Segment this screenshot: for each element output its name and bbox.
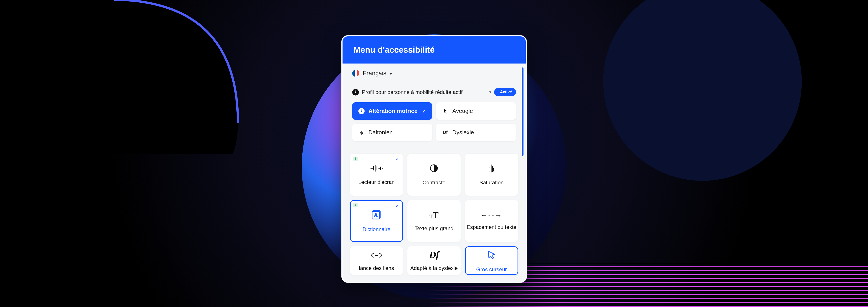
top-curve-decoration — [0, 0, 309, 154]
active-toggle[interactable]: Activé — [494, 88, 516, 96]
blind-icon — [442, 108, 448, 114]
tool-text-spacing[interactable]: ←--→ Espacement du texte — [465, 200, 518, 242]
tool-label: Saturation — [479, 179, 503, 186]
profile-grid: Altération motrice ✓ Aveugle Daltonien D… — [347, 100, 521, 148]
scrollbar[interactable] — [522, 67, 524, 156]
tool-label: Lecteur d'écran — [358, 179, 395, 185]
dictionary-icon: A — [371, 210, 381, 221]
tool-label: lance des liens — [359, 265, 394, 271]
active-profile-row[interactable]: Profil pour personne à mobilité réduite … — [347, 83, 521, 100]
profile-blind-label: Aveugle — [453, 108, 473, 114]
tool-label: Dictionnaire — [362, 226, 391, 233]
check-icon: ✓ — [396, 203, 399, 208]
droplet-icon — [359, 130, 365, 136]
profile-dyslexia-label: Dyslexie — [453, 129, 474, 136]
soundwave-icon — [370, 164, 383, 174]
flag-france-icon — [352, 70, 359, 77]
df-icon: Df — [429, 250, 439, 260]
droplet-icon — [488, 164, 495, 174]
profile-motor-label: Altération motrice — [369, 108, 418, 114]
tool-label: Espacement du texte — [467, 224, 516, 230]
svg-point-2 — [444, 109, 445, 110]
svg-text:A: A — [374, 213, 377, 217]
widget-body: Français ▸ Profil pour personne à mobili… — [343, 64, 526, 282]
tool-label: Adapté à la dyslexie — [410, 265, 458, 271]
svg-point-1 — [361, 109, 362, 110]
contrast-icon — [430, 164, 438, 174]
df-icon: Df — [442, 130, 448, 136]
toggle-label: Activé — [500, 90, 512, 94]
spacing-icon: ←--→ — [480, 212, 503, 219]
link-icon — [371, 250, 382, 260]
text-size-icon: TT — [430, 210, 439, 220]
tool-label: Texte plus grand — [414, 226, 453, 232]
check-icon: ✓ — [422, 108, 426, 114]
tool-contrast[interactable]: Contraste — [407, 154, 461, 196]
info-icon: i — [353, 203, 358, 207]
tool-label: Contraste — [423, 179, 445, 186]
tool-big-cursor[interactable]: Gros curseur — [465, 246, 518, 275]
caret-down-icon: ▾ — [489, 90, 491, 94]
tool-label: Gros curseur — [476, 266, 507, 273]
accessibility-icon — [352, 89, 359, 96]
widget-header: Menu d'accessibilité — [343, 36, 526, 64]
tool-saturation[interactable]: Saturation — [465, 154, 518, 196]
check-icon: ✓ — [396, 157, 399, 162]
accessibility-widget: Menu d'accessibilité Français ▸ Profil p… — [341, 35, 527, 283]
caret-right-icon: ▸ — [390, 71, 392, 76]
tool-dyslexia-font[interactable]: Df Adapté à la dyslexie — [407, 246, 461, 275]
language-label: Français — [363, 70, 386, 77]
profile-colorblind[interactable]: Daltonien — [352, 124, 432, 141]
info-icon: i — [353, 157, 358, 161]
profile-dyslexia[interactable]: Df Dyslexie — [436, 124, 516, 141]
profile-blind[interactable]: Aveugle — [436, 102, 516, 120]
profile-colorblind-label: Daltonien — [369, 129, 393, 136]
widget-title: Menu d'accessibilité — [353, 45, 435, 55]
language-selector[interactable]: Français ▸ — [347, 64, 521, 83]
profile-motor[interactable]: Altération motrice ✓ — [352, 102, 432, 120]
cursor-icon — [486, 249, 497, 261]
tool-screen-reader[interactable]: i ✓ Lecteur d'écran — [350, 154, 403, 196]
wheelchair-icon — [359, 108, 365, 114]
tool-dictionary[interactable]: i ✓ A Dictionnaire — [350, 200, 403, 242]
svg-point-0 — [355, 91, 356, 92]
tool-link-highlight[interactable]: lance des liens — [350, 246, 403, 275]
tool-bigger-text[interactable]: TT Texte plus grand — [407, 200, 461, 242]
tool-grid: i ✓ Lecteur d'écran Contraste Saturation — [347, 148, 521, 277]
active-profile-label: Profil pour personne à mobilité réduite … — [362, 89, 487, 95]
